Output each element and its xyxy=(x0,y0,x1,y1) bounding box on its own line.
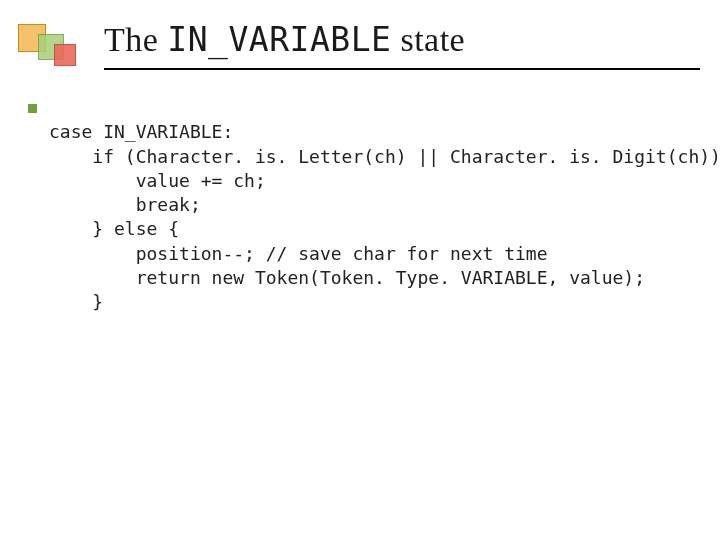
code-line: if (Character. is. Letter(ch) || Charact… xyxy=(49,146,720,167)
code-line: case IN_VARIABLE: xyxy=(49,121,233,142)
code-block: case IN_VARIABLE: if (Character. is. Let… xyxy=(49,96,720,339)
bullet-icon xyxy=(28,104,37,113)
slide: The IN_VARIABLE state case IN_VARIABLE: … xyxy=(0,0,720,540)
bullet-row: case IN_VARIABLE: if (Character. is. Let… xyxy=(28,96,700,339)
title-underline xyxy=(104,68,700,70)
code-line: } else { xyxy=(49,218,179,239)
code-line: return new Token(Token. Type. VARIABLE, … xyxy=(49,267,645,288)
title-text-mono: IN_VARIABLE xyxy=(167,20,391,59)
decorative-squares xyxy=(18,24,76,64)
code-line: value += ch; xyxy=(49,170,266,191)
code-line: } xyxy=(49,291,103,312)
title-area: The IN_VARIABLE state xyxy=(0,18,720,78)
title-text-post: state xyxy=(391,21,465,58)
code-line: position--; // save char for next time xyxy=(49,243,548,264)
slide-title: The IN_VARIABLE state xyxy=(104,20,465,59)
slide-body: case IN_VARIABLE: if (Character. is. Let… xyxy=(28,96,700,339)
code-line: break; xyxy=(49,194,201,215)
square-icon xyxy=(54,44,76,66)
title-text-pre: The xyxy=(104,21,167,58)
